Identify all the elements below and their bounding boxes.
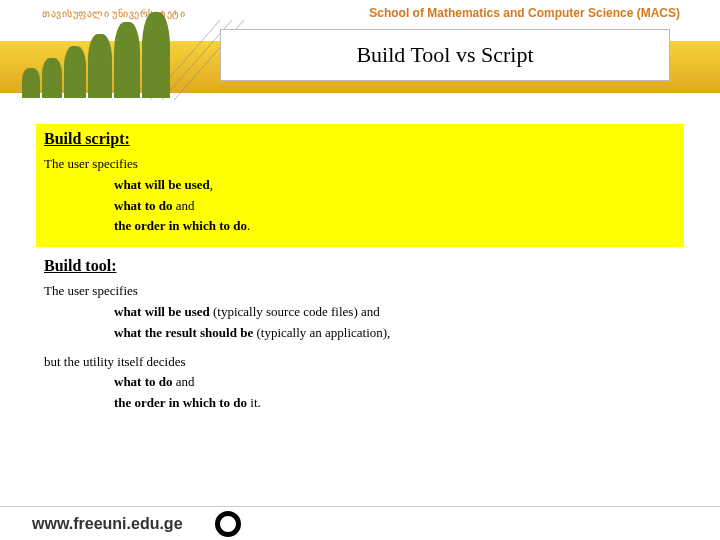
tool-line-a2: what the result should be (typically an … (44, 323, 676, 344)
script-line-3: the order in which to do. (44, 216, 676, 237)
slide-title: Build Tool vs Script (356, 42, 533, 68)
tool-lead-1: The user specifies (44, 281, 676, 302)
script-heading: Build script: (44, 130, 676, 148)
logo-ring-icon (215, 511, 241, 537)
script-line-1: what will be used, (44, 175, 676, 196)
header-zone: Build Tool vs Script (0, 26, 720, 106)
tool-line-b2: the order in which to do it. (44, 393, 676, 414)
school-name: School of Mathematics and Computer Scien… (369, 6, 680, 20)
footer-url: www.freeuni.edu.ge (32, 515, 183, 533)
tool-line-b1: what to do and (44, 372, 676, 393)
script-line-2: what to do and (44, 196, 676, 217)
evolution-graphic (22, 6, 182, 98)
script-lead: The user specifies (44, 154, 676, 175)
tool-lead-2: but the utility itself decides (44, 352, 676, 373)
tool-line-a1: what will be used (typically source code… (44, 302, 676, 323)
tool-heading: Build tool: (44, 257, 676, 275)
slide-title-box: Build Tool vs Script (220, 29, 670, 81)
content-area: Build script: The user specifies what wi… (0, 106, 720, 424)
build-tool-block: Build tool: The user specifies what will… (36, 251, 684, 424)
build-script-block: Build script: The user specifies what wi… (36, 124, 684, 247)
footer: www.freeuni.edu.ge (0, 506, 720, 540)
